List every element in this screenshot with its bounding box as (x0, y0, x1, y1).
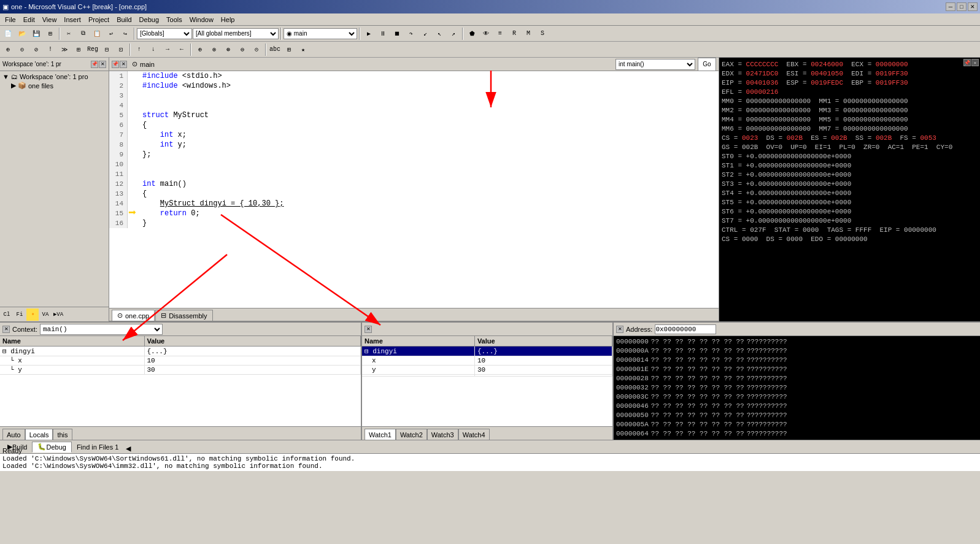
tab-watch4[interactable]: Watch4 (458, 429, 490, 440)
menu-insert[interactable]: Insert (60, 15, 85, 25)
maximize-button[interactable]: □ (957, 2, 966, 11)
menu-debug[interactable]: Debug (136, 15, 163, 25)
workspace-root[interactable]: ▼ 🗂 Workspace 'one': 1 pro (1, 72, 107, 81)
tab-onecpp[interactable]: ⊙ one.cpp (112, 310, 155, 321)
dbg2-21[interactable]: ★ (296, 43, 310, 56)
dbg2-15[interactable]: ⊗ (207, 43, 221, 56)
locals-row-y[interactable]: └ y 30 (0, 366, 361, 375)
ws-btn1[interactable]: Cl (1, 308, 13, 321)
menu-file[interactable]: File (1, 15, 20, 25)
menu-project[interactable]: Project (85, 15, 113, 25)
open-button[interactable]: 📂 (15, 27, 29, 40)
members-combo[interactable]: [All global members] (193, 28, 279, 39)
locals-row-dingyi[interactable]: ⊟ dingyi {...} (0, 347, 361, 356)
debug-btn4[interactable]: ↷ (404, 27, 418, 40)
undo-button[interactable]: ↩ (104, 27, 118, 40)
regs-btn[interactable]: R (507, 27, 521, 40)
tab-disassembly[interactable]: ⊟ Disassembly (155, 310, 212, 321)
dbg2-14[interactable]: ⊕ (193, 43, 207, 56)
debug-btn2[interactable]: ⏸ (376, 27, 390, 40)
workspace-close[interactable]: ✕ (99, 61, 106, 68)
dbg2-6[interactable]: ⊞ (72, 43, 85, 56)
tab-locals[interactable]: Locals (25, 429, 53, 440)
dbg2-16[interactable]: ⊛ (222, 43, 235, 56)
menu-tools[interactable]: Tools (163, 15, 186, 25)
tab-nav-left[interactable]: ◀ (123, 445, 133, 453)
paste-button[interactable]: 📋 (90, 27, 104, 40)
dbg2-19[interactable]: abc (268, 43, 282, 56)
dbg2-9[interactable]: ⊡ (114, 43, 128, 56)
dbg2-7[interactable]: Reg (86, 43, 99, 56)
menu-help[interactable]: Help (217, 15, 239, 25)
menu-view[interactable]: View (39, 15, 61, 25)
locals-row-x[interactable]: └ x 10 (0, 356, 361, 366)
save-all-button[interactable]: ⊞ (44, 27, 57, 40)
dbg2-20[interactable]: ⊞ (282, 43, 296, 56)
dbg2-18[interactable]: ⊝ (250, 43, 263, 56)
new-button[interactable]: 📄 (1, 27, 15, 40)
editor-pin[interactable]: 📌 (112, 61, 119, 68)
stack-btn[interactable]: S (536, 27, 549, 40)
debug-btn1[interactable]: ▶ (362, 27, 376, 40)
dbg2-2[interactable]: ⊙ (15, 43, 29, 56)
watch-row-empty[interactable] (362, 375, 612, 377)
project-node[interactable]: ▶ 📦 one files (1, 81, 107, 90)
dbg2-10[interactable]: ↑ (133, 43, 146, 56)
dbg2-12[interactable]: → (161, 43, 174, 56)
dbg2-4[interactable]: ! (44, 43, 57, 56)
save-button[interactable]: 💾 (29, 27, 43, 40)
workspace-pin[interactable]: 📌 (91, 61, 98, 68)
code-editor[interactable]: 1 #include <stdio.h> 2 #include <windows… (109, 71, 719, 308)
tab-find[interactable]: Find in Files 1 (72, 442, 123, 453)
menu-window[interactable]: Window (186, 15, 217, 25)
dbg2-17[interactable]: ⊜ (236, 43, 249, 56)
context-combo[interactable]: main() (40, 324, 163, 335)
tab-auto[interactable]: Auto (2, 429, 25, 440)
mem-btn[interactable]: M (522, 27, 535, 40)
editor-close[interactable]: ✕ (120, 61, 127, 68)
dbg2-8[interactable]: ⊟ (100, 43, 114, 56)
dbg2-5[interactable]: ≫ (58, 43, 71, 56)
watch-btn[interactable]: 👁 (479, 27, 493, 40)
tab-watch1[interactable]: Watch1 (365, 429, 396, 440)
locals-btn[interactable]: ≡ (493, 27, 507, 40)
locals-close[interactable]: ✕ (2, 326, 10, 333)
reg-pin[interactable]: 📌 (963, 59, 971, 66)
dbg2-13[interactable]: ← (175, 43, 188, 56)
memory-close[interactable]: ✕ (616, 326, 623, 333)
memory-header: ✕ Address: (614, 323, 980, 336)
tab-this[interactable]: this (53, 429, 72, 440)
cut-button[interactable]: ✂ (62, 27, 75, 40)
dbg2-3[interactable]: ⊘ (29, 43, 43, 56)
debug-btn6[interactable]: ↖ (433, 27, 446, 40)
ws-btn2[interactable]: Fi (14, 308, 26, 321)
ws-btn4[interactable]: VA (39, 308, 52, 321)
ws-btn5[interactable]: ▶VA (52, 308, 64, 321)
debug-btn3[interactable]: ⏹ (390, 27, 404, 40)
menu-edit[interactable]: Edit (20, 15, 39, 25)
dbg2-1[interactable]: ⊕ (1, 43, 15, 56)
function-combo[interactable]: ◉ main (284, 28, 357, 39)
tab-watch2[interactable]: Watch2 (396, 429, 427, 440)
editor-function-combo[interactable]: int main() (615, 59, 695, 70)
globals-combo[interactable]: [Globals] (137, 28, 192, 39)
copy-button[interactable]: ⧉ (76, 27, 90, 40)
goto-button[interactable]: Go (698, 58, 716, 71)
tab-watch3[interactable]: Watch3 (427, 429, 458, 440)
redo-button[interactable]: ↪ (118, 27, 132, 40)
menu-build[interactable]: Build (113, 15, 135, 25)
debug-btn5[interactable]: ↙ (419, 27, 432, 40)
debug-btn7[interactable]: ↗ (447, 27, 460, 40)
minimize-button[interactable]: ─ (946, 2, 955, 11)
watch-row-y[interactable]: y 30 (362, 366, 612, 375)
watch-row-dingyi[interactable]: ⊟ dingyi {...} (362, 347, 612, 356)
watch-close[interactable]: ✕ (365, 326, 372, 333)
dbg2-11[interactable]: ↓ (147, 43, 160, 56)
ws-btn3[interactable]: 🔸 (26, 308, 39, 321)
watch-row-x[interactable]: x 10 (362, 356, 612, 366)
breakpoint-btn[interactable]: ⬟ (465, 27, 479, 40)
close-button[interactable]: ✕ (968, 2, 978, 11)
address-input[interactable] (655, 324, 716, 334)
reg-close[interactable]: ✕ (971, 59, 979, 66)
tab-debug-output[interactable]: 🐛 Debug (32, 442, 71, 453)
